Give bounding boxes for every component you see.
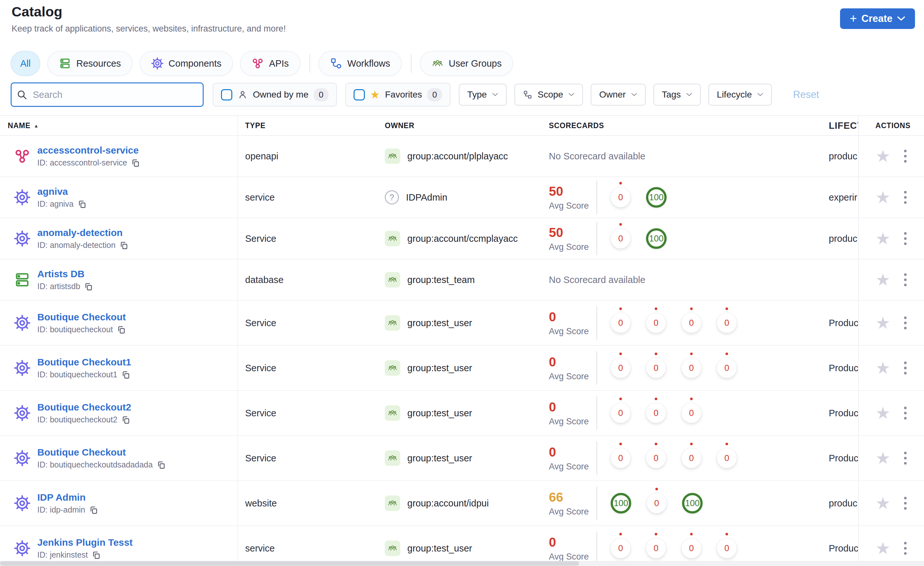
name-cell: Artists DB ID: artistsdb <box>0 259 238 300</box>
create-button-label: Create <box>862 13 893 24</box>
favorite-star-button[interactable]: ★ <box>875 495 891 512</box>
owner-cell: group:account/plplayacc <box>381 136 549 176</box>
copy-icon <box>84 282 93 291</box>
scorecard-badge-pass: 100 <box>646 187 667 208</box>
entity-name-link[interactable]: Boutique Checkout <box>38 447 166 458</box>
entity-name-link[interactable]: Jenkins Plugin Tesst <box>38 537 132 548</box>
group-icon <box>387 151 398 161</box>
create-button[interactable]: + Create <box>840 8 915 29</box>
tab-all-label: All <box>20 58 31 69</box>
copy-id-button[interactable] <box>121 415 130 424</box>
entity-name-link[interactable]: anomaly-detection <box>38 227 128 238</box>
name-cell: agniva ID: agniva <box>0 177 238 218</box>
copy-icon <box>121 370 130 379</box>
tab-components[interactable]: Components <box>140 51 233 76</box>
kebab-menu-button[interactable] <box>902 230 909 247</box>
avg-score-label: Avg Score <box>549 242 597 252</box>
tab-user-groups[interactable]: User Groups <box>420 51 513 76</box>
reset-filters-link[interactable]: Reset <box>793 89 819 101</box>
entity-name-link[interactable]: agniva <box>38 186 87 197</box>
gear-icon <box>14 360 31 376</box>
owner-cell: group:test_user <box>381 436 549 480</box>
lifecycle-cell: Produc <box>829 436 858 480</box>
favorite-star-button[interactable]: ★ <box>875 540 891 557</box>
table-header-row: NAME ▲ TYPE OWNER SCORECARDS LIFECYC ACT… <box>0 115 924 136</box>
favorite-star-button[interactable]: ★ <box>875 450 891 467</box>
copy-id-button[interactable] <box>78 200 87 209</box>
actions-cell: ★ <box>858 481 924 525</box>
tab-resources[interactable]: Resources <box>47 51 132 76</box>
scorecard-badges: 0100 <box>610 187 667 208</box>
copy-id-button[interactable] <box>157 461 166 470</box>
search-input[interactable] <box>10 83 204 107</box>
tab-workflows[interactable]: Workflows <box>318 51 402 76</box>
scorecard-badge-fail: 0 <box>610 448 631 468</box>
favorites-filter[interactable]: ★ Favorites 0 <box>345 83 450 107</box>
entity-name-link[interactable]: Boutique Checkout1 <box>38 357 131 368</box>
kebab-menu-button[interactable] <box>902 495 909 512</box>
kebab-menu-button[interactable] <box>902 450 909 467</box>
owned-by-me-filter[interactable]: Owned by me 0 <box>213 83 337 107</box>
owner-label: group:test_user <box>407 453 472 464</box>
favorite-star-button[interactable]: ★ <box>875 405 891 421</box>
database-icon <box>14 271 31 288</box>
favorite-star-button[interactable]: ★ <box>875 230 891 247</box>
scorecard-divider <box>597 222 597 255</box>
copy-id-button[interactable] <box>119 241 128 250</box>
tab-all[interactable]: All <box>10 51 40 76</box>
entity-name-link[interactable]: Boutique Checkout <box>38 312 126 323</box>
lifecycle-cell: produc <box>829 136 858 176</box>
scorecard-badge-fail: 0 <box>646 313 666 333</box>
kebab-menu-button[interactable] <box>902 405 909 421</box>
favorite-star-button[interactable]: ★ <box>875 148 891 164</box>
favorite-star-button[interactable]: ★ <box>875 189 891 206</box>
kebab-menu-button[interactable] <box>902 315 909 331</box>
type-dropdown[interactable]: Type <box>459 84 507 105</box>
gear-icon <box>151 57 164 69</box>
favorite-star-button[interactable]: ★ <box>875 315 891 331</box>
scorecard-summary: 50 Avg Score 0100 <box>549 222 667 255</box>
favorite-star-button[interactable]: ★ <box>875 360 891 376</box>
kebab-menu-button[interactable] <box>902 148 909 164</box>
owned-by-me-checkbox[interactable] <box>221 89 232 101</box>
entity-name-link[interactable]: accesscontrol-service <box>38 145 140 156</box>
group-icon <box>387 233 398 244</box>
horizontal-scrollbar[interactable] <box>0 561 924 566</box>
avg-score-label: Avg Score <box>549 462 597 472</box>
horizontal-scrollbar-thumb[interactable] <box>0 561 579 566</box>
column-header-name[interactable]: NAME ▲ <box>0 116 238 135</box>
entity-name-link[interactable]: Boutique Checkout2 <box>38 402 131 413</box>
copy-id-button[interactable] <box>89 506 98 515</box>
kebab-menu-button[interactable] <box>902 271 909 288</box>
scorecard-badge-fail: 0 <box>610 403 631 423</box>
scope-dropdown[interactable]: Scope <box>514 84 583 105</box>
entity-name-link[interactable]: Artists DB <box>38 268 93 280</box>
favorite-star-button[interactable]: ★ <box>875 271 891 288</box>
table-row: Boutique Checkout1 ID: boutiquecheckout1… <box>0 346 924 391</box>
entity-name-link[interactable]: IDP Admin <box>38 492 98 503</box>
kebab-menu-button[interactable] <box>902 189 909 206</box>
owner-dropdown[interactable]: Owner <box>591 84 645 105</box>
favorites-checkbox[interactable] <box>354 89 365 101</box>
copy-id-button[interactable] <box>117 325 126 334</box>
copy-id-button[interactable] <box>121 370 130 379</box>
kebab-menu-button[interactable] <box>902 540 909 557</box>
catalog-page: Catalog Keep track of applications, serv… <box>0 0 924 566</box>
copy-id-button[interactable] <box>92 551 101 560</box>
scorecard-badge-fail: 0 <box>681 538 701 558</box>
actions-cell: ★ <box>858 436 924 480</box>
tab-apis[interactable]: APIs <box>240 51 300 76</box>
avg-score-value: 50 <box>549 184 597 199</box>
scorecard-summary: 0 Avg Score 0000 <box>549 531 737 565</box>
kebab-menu-button[interactable] <box>902 360 909 376</box>
favorites-label: Favorites <box>385 89 422 100</box>
copy-id-button[interactable] <box>131 158 140 167</box>
tags-dropdown[interactable]: Tags <box>653 84 701 105</box>
name-cell: Jenkins Plugin Tesst ID: jenkinstest <box>0 526 238 566</box>
scorecard-badges: 0000 <box>610 538 737 558</box>
tab-components-label: Components <box>169 58 221 69</box>
scorecard-badge-fail: 0 <box>610 229 631 248</box>
lifecycle-dropdown[interactable]: Lifecycle <box>708 84 772 105</box>
unknown-owner-icon: ? <box>385 190 399 205</box>
copy-id-button[interactable] <box>84 282 93 291</box>
